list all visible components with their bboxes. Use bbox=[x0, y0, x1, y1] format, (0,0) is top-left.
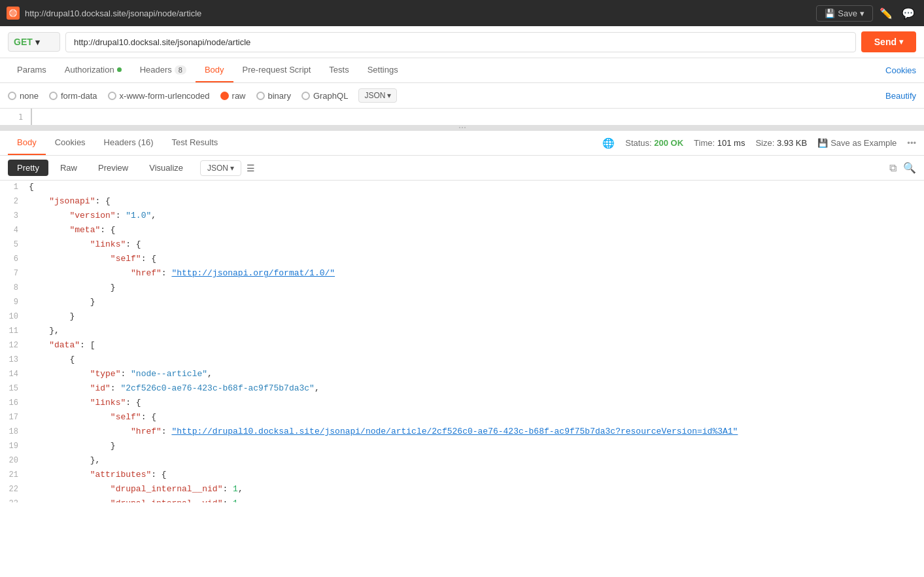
res-cookies-label: Cookies bbox=[55, 137, 86, 147]
json-line: 19 } bbox=[0, 440, 924, 454]
line-number: 12 bbox=[0, 339, 26, 353]
authorization-label: Authorization bbox=[65, 65, 114, 75]
preview-label: Preview bbox=[98, 163, 128, 173]
save-example-button[interactable]: 💾 Save as Example bbox=[817, 138, 897, 148]
line-content: "href": "http://drupal10.docksal.site/js… bbox=[26, 425, 924, 440]
none-label: none bbox=[20, 91, 39, 101]
line-content: "id": "2cf526c0-ae76-423c-b68f-ac9f75b7d… bbox=[26, 382, 924, 396]
request-body-content bbox=[31, 109, 924, 125]
json-format-dropdown[interactable]: JSON ▾ bbox=[358, 88, 397, 103]
tab-body[interactable]: Body bbox=[196, 58, 233, 82]
line-content: "self": { bbox=[26, 253, 924, 267]
body-label: Body bbox=[205, 65, 224, 75]
body-type-urlencoded[interactable]: x-www-form-urlencoded bbox=[108, 91, 210, 101]
json-line: 15 "id": "2cf526c0-ae76-423c-b68f-ac9f75… bbox=[0, 382, 924, 396]
url-bar: GET ▾ Send ▾ bbox=[0, 26, 924, 58]
tab-settings[interactable]: Settings bbox=[358, 58, 407, 82]
json-line: 10 } bbox=[0, 310, 924, 324]
tab-tests[interactable]: Tests bbox=[320, 58, 358, 82]
line-number: 4 bbox=[0, 224, 26, 238]
tab-headers[interactable]: Headers 8 bbox=[131, 58, 196, 82]
res-tab-test-results[interactable]: Test Results bbox=[162, 131, 227, 155]
radio-form-data bbox=[49, 92, 58, 100]
body-type-raw[interactable]: raw bbox=[220, 91, 246, 101]
line-content: "meta": { bbox=[26, 224, 924, 238]
pretty-label: Pretty bbox=[17, 163, 39, 173]
time-label: Time: 101 ms bbox=[694, 138, 745, 148]
json-line: 22 "drupal_internal__nid": 1, bbox=[0, 483, 924, 497]
filter-icon[interactable]: ☰ bbox=[247, 163, 255, 173]
body-type-graphql[interactable]: GraphQL bbox=[301, 91, 348, 101]
response-format-dropdown[interactable]: JSON ▾ bbox=[200, 160, 241, 176]
json-line: 21 "attributes": { bbox=[0, 468, 924, 483]
method-dropdown[interactable]: GET ▾ bbox=[8, 32, 60, 52]
url-input[interactable] bbox=[65, 32, 856, 52]
copy-icon[interactable]: ⧉ bbox=[889, 162, 897, 174]
line-content: { bbox=[26, 353, 924, 368]
cookies-link[interactable]: Cookies bbox=[885, 65, 916, 75]
line-content: } bbox=[26, 440, 924, 454]
line-number: 11 bbox=[0, 324, 26, 339]
line-content: "type": "node--article", bbox=[26, 368, 924, 382]
line-number: 6 bbox=[0, 253, 26, 267]
line-number: 21 bbox=[0, 468, 26, 483]
send-button[interactable]: Send ▾ bbox=[861, 31, 916, 52]
line-number: 20 bbox=[0, 454, 26, 468]
line-number: 8 bbox=[0, 281, 26, 296]
status-label: Status: 200 OK bbox=[625, 138, 683, 148]
json-line: 12 "data": [ bbox=[0, 339, 924, 353]
top-bar-url: http://drupal10.docksal.site/jsonapi/nod… bbox=[25, 9, 811, 18]
line-number: 7 bbox=[0, 267, 26, 281]
response-section: Body Cookies Headers (16) Test Results 🌐… bbox=[0, 130, 924, 502]
line-number: 3 bbox=[0, 209, 26, 224]
json-line: 2 "jsonapi": { bbox=[0, 195, 924, 209]
line-content: "links": { bbox=[26, 396, 924, 411]
json-line: 23 "drupal_internal__vid": 1, bbox=[0, 497, 924, 502]
comment-icon-button[interactable]: 💬 bbox=[899, 5, 917, 22]
tab-pre-request[interactable]: Pre-request Script bbox=[233, 58, 320, 82]
save-chevron: ▾ bbox=[860, 9, 864, 18]
line-number: 10 bbox=[0, 310, 26, 324]
save-button[interactable]: 💾 Save ▾ bbox=[816, 5, 873, 22]
line-content: "data": [ bbox=[26, 339, 924, 353]
line-number: 23 bbox=[0, 497, 26, 502]
settings-label: Settings bbox=[368, 65, 398, 75]
res-tab-headers[interactable]: Headers (16) bbox=[95, 131, 163, 155]
json-line: 4 "meta": { bbox=[0, 224, 924, 238]
body-type-none[interactable]: none bbox=[8, 91, 39, 101]
line-number: 22 bbox=[0, 483, 26, 497]
view-tab-preview[interactable]: Preview bbox=[89, 160, 137, 176]
search-icon[interactable]: 🔍 bbox=[903, 162, 916, 174]
body-type-form-data[interactable]: form-data bbox=[49, 91, 97, 101]
json-line: 5 "links": { bbox=[0, 238, 924, 253]
save-icon-small: 💾 bbox=[817, 138, 828, 148]
line-number: 14 bbox=[0, 368, 26, 382]
json-dropdown-label: JSON bbox=[364, 91, 385, 100]
save-label: Save bbox=[838, 9, 857, 18]
json-line: 11 }, bbox=[0, 324, 924, 339]
res-tab-cookies[interactable]: Cookies bbox=[46, 131, 95, 155]
raw-label: Raw bbox=[60, 163, 77, 173]
beautify-button[interactable]: Beautify bbox=[885, 91, 916, 101]
json-line: 13 { bbox=[0, 353, 924, 368]
visualize-label: Visualize bbox=[149, 163, 183, 173]
binary-label: binary bbox=[268, 91, 291, 101]
json-line: 20 }, bbox=[0, 454, 924, 468]
body-type-binary[interactable]: binary bbox=[256, 91, 291, 101]
edit-icon-button[interactable]: ✏️ bbox=[877, 5, 895, 22]
json-line: 1 { bbox=[0, 181, 924, 195]
res-tab-body[interactable]: Body bbox=[8, 131, 46, 155]
app-icon bbox=[7, 7, 20, 20]
more-options-icon[interactable]: ••• bbox=[907, 138, 916, 148]
view-tab-pretty[interactable]: Pretty bbox=[8, 160, 48, 176]
size-label: Size: 3.93 KB bbox=[755, 138, 807, 148]
tests-label: Tests bbox=[329, 65, 349, 75]
line-content: }, bbox=[26, 454, 924, 468]
view-tab-visualize[interactable]: Visualize bbox=[140, 160, 192, 176]
tab-authorization[interactable]: Authorization bbox=[56, 58, 131, 82]
tab-params[interactable]: Params bbox=[8, 58, 56, 82]
view-tab-raw[interactable]: Raw bbox=[51, 160, 86, 176]
body-type-selector: none form-data x-www-form-urlencoded raw… bbox=[0, 83, 924, 109]
res-test-results-label: Test Results bbox=[171, 137, 218, 147]
radio-raw bbox=[220, 92, 229, 100]
